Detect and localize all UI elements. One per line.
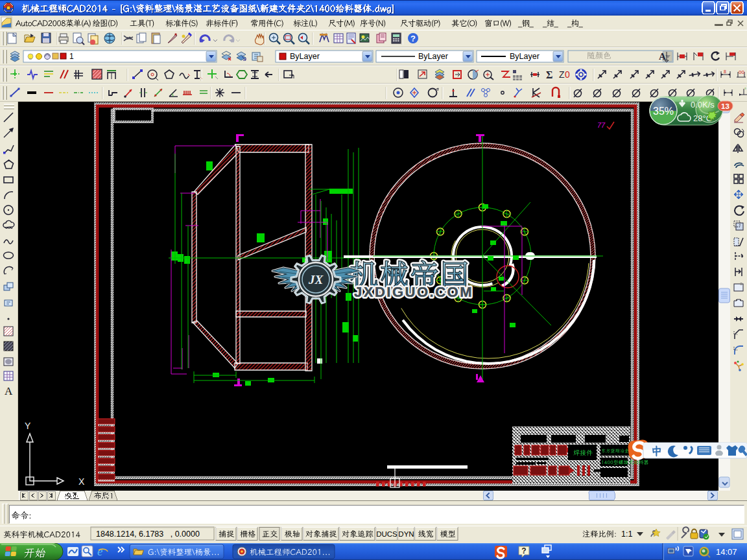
svg-text:ByLayer: ByLayer [290,52,320,61]
svg-text:Σ: Σ [546,69,552,80]
svg-text:0: 0 [565,69,570,80]
svg-text:°: ° [744,88,746,92]
svg-text:Z: Z [559,69,565,80]
svg-text:8: 8 [724,69,726,74]
svg-text:0.0K/s: 0.0K/s [691,100,715,110]
svg-text:ByLayer: ByLayer [418,52,448,61]
svg-text:1848.1214, 6.1783 , 0.0000: 1848.1214, 6.1783 , 0.0000 [96,530,200,539]
svg-text:1: 1 [69,52,74,61]
svg-text:13: 13 [721,102,729,110]
svg-text:?: ? [521,546,526,555]
svg-text:X: X [78,476,85,487]
svg-text:Y: Y [25,421,31,431]
svg-text:DUCS: DUCS [376,530,397,538]
svg-text:A: A [5,385,13,397]
svg-text:1:1: 1:1 [621,530,632,539]
svg-text:?: ? [410,34,416,43]
svg-text:35%: 35% [653,106,674,117]
svg-text:ByLayer: ByLayer [510,52,540,61]
svg-text:77: 77 [597,121,606,129]
svg-text:e: e [97,544,102,558]
svg-text:DYN: DYN [398,530,414,538]
svg-text:JX: JX [308,273,324,286]
svg-text:JXDIGUO.COM: JXDIGUO.COM [354,284,473,300]
svg-text:14:07: 14:07 [716,547,737,557]
svg-text:00: 00 [739,69,744,75]
